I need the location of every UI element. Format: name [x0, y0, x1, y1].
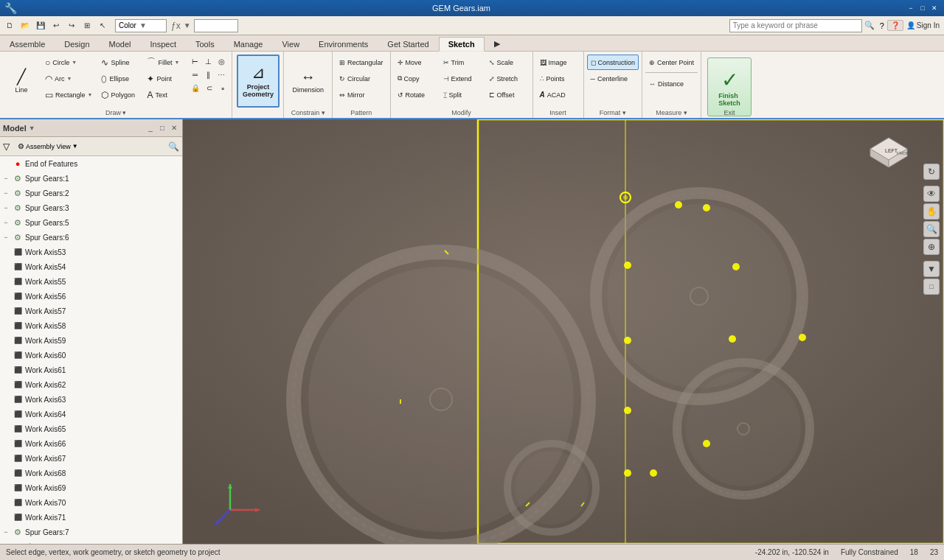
tree-item-spur-gears-7[interactable]: − ⚙ Spur Gears:7 — [0, 525, 182, 539]
constraint-btn-5[interactable]: ∥ — [202, 69, 214, 80]
nav-minimize-button[interactable]: □ — [923, 279, 940, 295]
constraint-btn-4[interactable]: ═ — [189, 69, 201, 80]
tree-item-work-axis-64[interactable]: ⬛ Work Axis64 — [0, 407, 182, 421]
tree-item-end-features[interactable]: ● End of Features — [0, 156, 182, 171]
assembly-view-dropdown[interactable]: ⚙ Assembly View ▼ — [13, 140, 83, 153]
ellipse-button[interactable]: ⬯ Ellipse — [97, 71, 142, 86]
new-button[interactable]: 🗋 — [3, 19, 16, 32]
tab-view[interactable]: View — [272, 36, 309, 51]
extend-button[interactable]: ⊣ Extend — [440, 71, 484, 86]
mirror-button[interactable]: ⇔ Mirror — [336, 87, 387, 102]
tab-assemble[interactable]: Assemble — [0, 36, 55, 51]
open-button[interactable]: 📂 — [18, 19, 32, 32]
distance-button[interactable]: ↔ Distance — [645, 76, 698, 91]
nav-look-button[interactable]: 👁 — [923, 186, 940, 202]
tree-item-work-axis-60[interactable]: ⬛ Work Axis60 — [0, 348, 182, 363]
panel-minimize-button[interactable]: _ — [145, 123, 156, 133]
tree-item-work-axis-63[interactable]: ⬛ Work Axis63 — [0, 392, 182, 407]
circular-pattern-button[interactable]: ↻ Circular — [336, 71, 387, 86]
options-button[interactable]: ⊞ — [80, 19, 94, 32]
tree-item-work-axis-70[interactable]: ⬛ Work Axis70 — [0, 495, 182, 510]
search-input[interactable] — [729, 19, 862, 32]
tab-environments[interactable]: Environments — [309, 36, 378, 51]
panel-dropdown-arrow[interactable]: ▼ — [29, 125, 35, 132]
tab-design[interactable]: Design — [55, 36, 99, 51]
rotate-button[interactable]: ↺ Rotate — [394, 87, 438, 102]
points-button[interactable]: ∴ Points — [536, 71, 580, 86]
formula-expand[interactable]: ▼ — [184, 21, 191, 29]
tree-item-spur-gears-1[interactable]: − ⚙ Spur Gears:1 — [0, 171, 182, 186]
search-icon[interactable]: 🔍 — [864, 20, 875, 32]
panel-close-button[interactable]: ✕ — [169, 123, 179, 133]
tree-item-work-axis-61[interactable]: ⬛ Work Axis61 — [0, 363, 182, 377]
tree-item-spur-gears-6[interactable]: − ⚙ Spur Gears:6 — [0, 230, 182, 245]
tree-item-work-axis-66[interactable]: ⬛ Work Axis66 — [0, 436, 182, 451]
nav-down-button[interactable]: ▼ — [923, 261, 940, 277]
tab-manage[interactable]: Manage — [224, 36, 273, 51]
rectangle-button[interactable]: ▭ Rectangle ▼ — [41, 87, 96, 102]
tree-item-spur-gears-2[interactable]: − ⚙ Spur Gears:2 — [0, 186, 182, 200]
point-button[interactable]: ✦ Point — [143, 71, 187, 86]
minimize-button[interactable]: − — [906, 3, 916, 13]
tree-item-work-axis-68[interactable]: ⬛ Work Axis68 — [0, 466, 182, 480]
tree-item-work-axis-58[interactable]: ⬛ Work Axis58 — [0, 318, 182, 333]
view-cube[interactable]: LEFT FRONT — [863, 127, 914, 171]
fillet-button[interactable]: ⌒ Fillet ▼ — [143, 55, 187, 70]
nav-orbit-button[interactable]: ↻ — [923, 164, 940, 180]
tab-inspect[interactable]: Inspect — [141, 36, 186, 51]
nav-zoom-button[interactable]: 🔍 — [923, 221, 940, 237]
center-point-button[interactable]: ⊕ Center Point — [645, 55, 698, 70]
close-button[interactable]: ✕ — [929, 3, 940, 13]
constraint-btn-7[interactable]: 🔒 — [189, 83, 202, 94]
arc-button[interactable]: ◠ Arc ▼ — [41, 71, 96, 86]
tree-item-work-axis-53[interactable]: ⬛ Work Axis53 — [0, 245, 182, 259]
circle-arrow[interactable]: ▼ — [72, 60, 77, 65]
tree-item-work-axis-56[interactable]: ⬛ Work Axis56 — [0, 289, 182, 304]
stretch-button[interactable]: ⤢ Stretch — [485, 71, 530, 86]
expand-spur-gears-2[interactable]: − — [0, 187, 12, 199]
copy-button[interactable]: ⧉ Copy — [394, 71, 438, 86]
tree-item-representations[interactable]: + 📋 Representations — [0, 539, 182, 544]
trim-button[interactable]: ✂ Trim — [440, 55, 484, 70]
search-model-button[interactable]: 🔍 — [168, 141, 179, 152]
project-geometry-button[interactable]: ⊿ ProjectGeometry — [237, 55, 280, 108]
line-button[interactable]: ╱ Line — [3, 55, 40, 108]
constraint-btn-2[interactable]: ⊥ — [202, 56, 214, 67]
rectangular-button[interactable]: ⊞ Rectangular — [336, 55, 387, 70]
spline-button[interactable]: ∿ Spline — [97, 55, 142, 70]
tree-item-spur-gears-5[interactable]: − ⚙ Spur Gears:5 — [0, 215, 182, 230]
filter-icon[interactable]: ▽ — [3, 141, 10, 152]
tree-item-work-axis-62[interactable]: ⬛ Work Axis62 — [0, 377, 182, 392]
offset-button[interactable]: ⊏ Offset — [485, 87, 530, 102]
tab-sketch[interactable]: Sketch — [439, 37, 485, 52]
undo-button[interactable]: ↩ — [49, 19, 63, 32]
constraint-btn-6[interactable]: ⋯ — [215, 69, 227, 80]
tab-get-started[interactable]: Get Started — [378, 36, 438, 51]
expand-spur-gears-6[interactable]: − — [0, 231, 12, 243]
save-button[interactable]: 💾 — [34, 19, 47, 32]
text-button[interactable]: A Text — [143, 87, 187, 102]
expand-spur-gears-7[interactable]: − — [0, 526, 12, 538]
tree-item-work-axis-54[interactable]: ⬛ Work Axis54 — [0, 259, 182, 274]
tree-item-work-axis-69[interactable]: ⬛ Work Axis69 — [0, 480, 182, 495]
viewport[interactable]: LEFT FRONT ↻ 👁 ✋ 🔍 ⊕ ▼ □ — [183, 119, 944, 544]
expand-spur-gears-5[interactable]: − — [0, 217, 12, 228]
centerline-button[interactable]: ─ Centerline — [587, 71, 639, 86]
expand-spur-gears-3[interactable]: − — [0, 202, 12, 214]
assembly-view-arrow[interactable]: ▼ — [72, 143, 78, 150]
circle-button[interactable]: ○ Circle ▼ — [41, 55, 96, 70]
tree-item-work-axis-65[interactable]: ⬛ Work Axis65 — [0, 421, 182, 436]
scale-button[interactable]: ⤡ Scale — [485, 55, 530, 70]
construction-button[interactable]: ◻ Construction — [587, 55, 639, 70]
constraint-btn-9[interactable]: ∘ — [217, 83, 229, 94]
select-button[interactable]: ↖ — [96, 19, 109, 32]
constraint-btn-1[interactable]: ⊢ — [189, 56, 201, 67]
finish-sketch-button[interactable]: ✓ FinishSketch — [707, 57, 752, 116]
tree-item-work-axis-71[interactable]: ⬛ Work Axis71 — [0, 510, 182, 525]
dimension-button[interactable]: ↔ Dimension — [287, 55, 329, 108]
tab-tools[interactable]: Tools — [186, 36, 224, 51]
expand-spur-gears-1[interactable]: − — [0, 172, 12, 184]
tree-item-work-axis-55[interactable]: ⬛ Work Axis55 — [0, 274, 182, 289]
redo-button[interactable]: ↪ — [65, 19, 78, 32]
rectangle-arrow[interactable]: ▼ — [88, 92, 93, 97]
